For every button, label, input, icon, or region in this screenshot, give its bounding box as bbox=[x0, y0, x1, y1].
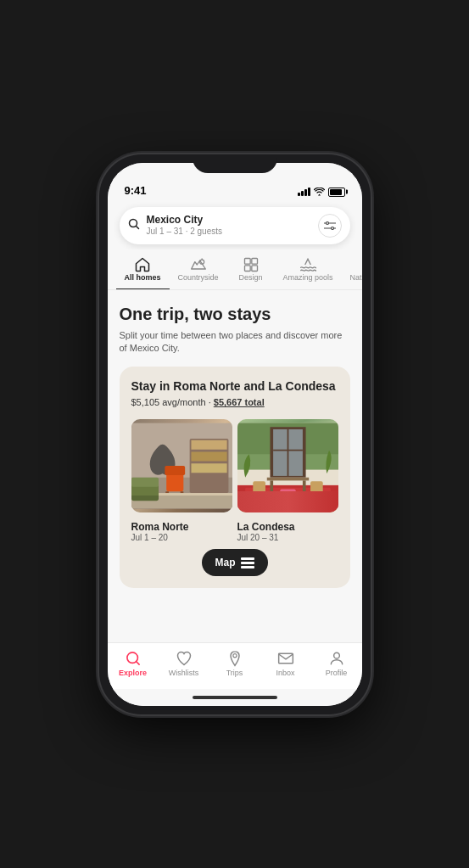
svg-rect-17 bbox=[191, 452, 226, 462]
map-button[interactable]: Map bbox=[202, 549, 268, 576]
bottom-nav: Explore Wishlists Trips bbox=[108, 642, 362, 689]
card-price: $5,105 avg/month · $5,667 total bbox=[131, 397, 338, 407]
tab-national-parks[interactable]: National parks bbox=[342, 253, 362, 289]
svg-rect-41 bbox=[241, 557, 254, 560]
svg-point-45 bbox=[232, 653, 236, 657]
nav-trips-label: Trips bbox=[226, 669, 243, 677]
location-roma-dates: Jul 1 – 20 bbox=[131, 533, 232, 542]
svg-rect-11 bbox=[244, 265, 250, 271]
tab-countryside-label: Countryside bbox=[178, 273, 219, 282]
condesa-image bbox=[237, 419, 338, 512]
tab-amazing-pools-label: Amazing pools bbox=[283, 273, 333, 282]
location-roma-name: Roma Norte bbox=[131, 521, 232, 533]
signal-icon bbox=[298, 188, 310, 196]
roma-norte-image bbox=[131, 419, 232, 512]
svg-point-1 bbox=[326, 221, 328, 224]
location-roma: Roma Norte Jul 1 – 20 bbox=[131, 521, 232, 542]
nav-inbox-label: Inbox bbox=[276, 669, 294, 677]
notch bbox=[193, 154, 277, 173]
svg-rect-18 bbox=[191, 464, 226, 473]
search-text: Mexico City Jul 1 – 31 · 2 guests bbox=[147, 214, 223, 236]
svg-rect-9 bbox=[244, 258, 250, 264]
svg-rect-10 bbox=[251, 258, 257, 264]
home-indicator bbox=[108, 689, 362, 706]
location-condesa-dates: Jul 20 – 31 bbox=[237, 533, 338, 542]
map-button-label: Map bbox=[215, 557, 236, 568]
tab-amazing-pools[interactable]: Amazing pools bbox=[275, 253, 342, 289]
svg-rect-43 bbox=[241, 566, 254, 568]
svg-rect-12 bbox=[251, 265, 257, 271]
nav-wishlists-label: Wishlists bbox=[169, 669, 199, 677]
location-condesa: La Condesa Jul 20 – 31 bbox=[237, 521, 338, 542]
tab-national-parks-label: National parks bbox=[350, 273, 362, 282]
svg-rect-39 bbox=[310, 482, 323, 497]
nav-inbox[interactable]: Inbox bbox=[267, 650, 304, 677]
wifi-icon bbox=[314, 188, 325, 196]
tab-all-homes-label: All homes bbox=[125, 273, 161, 282]
svg-rect-25 bbox=[131, 478, 159, 487]
search-bar-container: Mexico City Jul 1 – 31 · 2 guests bbox=[108, 200, 362, 249]
home-icon bbox=[134, 256, 151, 273]
tab-all-homes[interactable]: All homes bbox=[116, 253, 170, 290]
svg-rect-23 bbox=[131, 494, 232, 509]
trips-nav-icon bbox=[226, 650, 243, 667]
card-images bbox=[131, 419, 338, 512]
status-icons bbox=[298, 188, 345, 197]
section-title: One trip, two stays bbox=[120, 304, 350, 324]
stay-card[interactable]: Stay in Roma Norte and La Condesa $5,105… bbox=[120, 367, 350, 588]
main-scroll-area[interactable]: Mexico City Jul 1 – 31 · 2 guests bbox=[108, 200, 362, 642]
tab-design-label: Design bbox=[239, 273, 263, 282]
countryside-icon bbox=[190, 256, 207, 273]
phone-screen: 9:41 bbox=[108, 163, 362, 706]
search-bar[interactable]: Mexico City Jul 1 – 31 · 2 guests bbox=[120, 207, 350, 244]
svg-point-46 bbox=[333, 652, 339, 658]
home-bar bbox=[193, 696, 277, 699]
svg-rect-38 bbox=[253, 482, 265, 497]
profile-nav-icon bbox=[328, 650, 345, 667]
filter-button[interactable] bbox=[318, 214, 342, 238]
nav-trips[interactable]: Trips bbox=[216, 650, 254, 677]
svg-rect-36 bbox=[270, 481, 273, 496]
search-location: Mexico City bbox=[147, 214, 223, 226]
explore-nav-icon bbox=[125, 650, 142, 667]
svg-rect-40 bbox=[280, 490, 295, 501]
svg-rect-20 bbox=[165, 466, 185, 475]
nav-wishlists[interactable]: Wishlists bbox=[165, 650, 203, 677]
battery-icon bbox=[328, 188, 345, 197]
svg-point-2 bbox=[331, 227, 333, 229]
inbox-nav-icon bbox=[277, 650, 294, 667]
nav-explore-label: Explore bbox=[119, 669, 147, 677]
roma-image-decoration bbox=[131, 419, 232, 512]
search-icon bbox=[128, 218, 140, 232]
tab-design[interactable]: Design bbox=[227, 253, 275, 289]
price-avg: $5,105 avg/month bbox=[131, 397, 206, 407]
svg-rect-42 bbox=[241, 562, 254, 564]
svg-rect-35 bbox=[266, 478, 308, 481]
pools-icon bbox=[299, 256, 316, 273]
card-location-info: Roma Norte Jul 1 – 20 La Condesa Jul 20 … bbox=[131, 521, 338, 542]
nav-profile[interactable]: Profile bbox=[318, 650, 355, 677]
card-title: Stay in Roma Norte and La Condesa bbox=[131, 378, 338, 394]
tab-countryside[interactable]: Countryside bbox=[170, 253, 227, 289]
condesa-image-decoration bbox=[237, 419, 338, 512]
heart-nav-icon bbox=[176, 650, 193, 667]
section-description: Split your time between two places and d… bbox=[120, 329, 350, 356]
price-total: $5,667 total bbox=[214, 397, 265, 407]
phone-frame: 9:41 bbox=[99, 154, 371, 714]
filter-icon bbox=[324, 220, 336, 232]
category-tabs: All homes Countryside bbox=[108, 249, 362, 290]
svg-rect-16 bbox=[191, 440, 226, 450]
main-content: One trip, two stays Split your time betw… bbox=[108, 290, 362, 606]
map-list-icon bbox=[241, 556, 254, 569]
status-time: 9:41 bbox=[125, 184, 147, 197]
nav-profile-label: Profile bbox=[326, 669, 348, 677]
map-button-container: Map bbox=[131, 549, 338, 576]
nav-explore[interactable]: Explore bbox=[114, 650, 152, 677]
svg-rect-37 bbox=[302, 481, 305, 496]
location-condesa-name: La Condesa bbox=[237, 521, 338, 533]
design-icon bbox=[243, 256, 260, 273]
search-details: Jul 1 – 31 · 2 guests bbox=[147, 227, 223, 237]
